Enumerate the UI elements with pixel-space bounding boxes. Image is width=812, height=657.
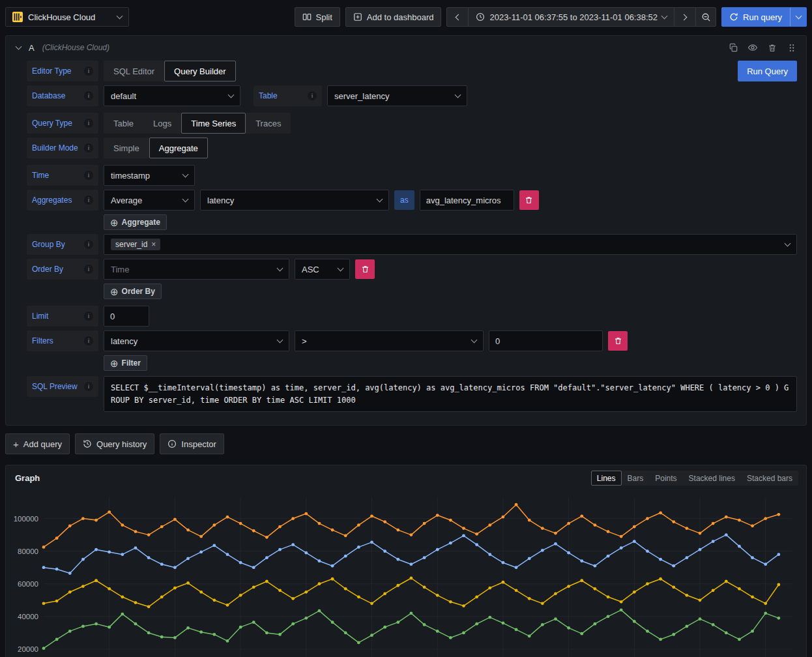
duplicate-query-icon[interactable] (728, 42, 738, 53)
table-select[interactable]: server_latency (327, 85, 467, 106)
aggregate-function-select[interactable]: Average (104, 190, 195, 211)
order-by-direction-select[interactable]: ASC (295, 259, 350, 280)
limit-input[interactable] (104, 306, 149, 327)
info-circle-icon (167, 439, 177, 448)
split-icon (302, 12, 312, 22)
add-order-by-label: Order By (122, 287, 155, 296)
remove-tag-icon[interactable]: × (151, 240, 156, 249)
time-column-select[interactable]: timestamp (104, 165, 195, 186)
query-history-button[interactable]: Query history (75, 433, 154, 454)
remove-query-trash-icon[interactable] (767, 42, 777, 53)
run-query-dropdown-button[interactable] (790, 7, 807, 27)
chevron-left-icon (456, 14, 462, 20)
add-filter-button[interactable]: ⊕ Filter (104, 355, 147, 371)
split-button[interactable]: Split (295, 7, 340, 27)
info-icon[interactable]: i (84, 91, 93, 100)
query-type-option-table[interactable]: Table (104, 113, 143, 134)
aggregates-label: Aggregatesi (27, 190, 98, 211)
info-icon[interactable]: i (84, 382, 93, 391)
add-order-by-button[interactable]: ⊕ Order By (104, 284, 162, 299)
query-header-actions (728, 42, 797, 53)
info-icon[interactable]: i (84, 143, 93, 153)
editor-type-row: Editor Typei SQL Editor Query Builder Ru… (27, 61, 797, 81)
graph-panel-header: Graph Lines Bars Points Stacked lines St… (6, 465, 806, 488)
info-icon[interactable]: i (84, 66, 93, 76)
info-icon[interactable]: i (84, 171, 93, 180)
info-icon[interactable]: i (84, 240, 93, 249)
add-filter-row: ⊕ Filter (27, 355, 797, 371)
query-type-option-traces[interactable]: Traces (246, 113, 291, 134)
chevron-right-icon (681, 14, 688, 20)
time-series-chart[interactable]: 2000040000600008000010000006:38:0006:38:… (11, 489, 801, 657)
graph-style-option-bars[interactable]: Bars (622, 471, 650, 486)
aggregate-alias-input[interactable] (420, 190, 514, 211)
add-query-button[interactable]: + Add query (5, 433, 70, 454)
info-icon[interactable]: i (84, 119, 93, 128)
database-select[interactable]: default (104, 85, 240, 106)
add-aggregate-button[interactable]: ⊕ Aggregate (104, 214, 167, 230)
filter-value-input[interactable] (489, 330, 603, 351)
collapse-chevron-icon[interactable] (16, 43, 22, 50)
query-type-option-time-series[interactable]: Time Series (181, 113, 246, 134)
remove-aggregate-button[interactable] (519, 190, 539, 210)
group-by-multiselect[interactable]: server_id × (104, 234, 797, 255)
add-order-by-row: ⊕ Order By (27, 284, 797, 299)
hide-response-eye-icon[interactable] (747, 42, 758, 53)
plus-icon: ⊕ (110, 358, 119, 368)
run-query-inline-button[interactable]: Run Query (738, 61, 797, 81)
query-ref-id[interactable]: A (29, 43, 35, 53)
info-icon[interactable]: i (84, 312, 93, 321)
graph-style-option-points[interactable]: Points (649, 471, 682, 486)
run-query-button[interactable]: Run query (721, 7, 790, 27)
add-to-dashboard-button[interactable]: Add to dashboard (345, 7, 442, 27)
builder-mode-option-simple[interactable]: Simple (104, 138, 149, 158)
svg-text:40000: 40000 (18, 613, 38, 620)
table-label: Tablei (254, 85, 322, 106)
info-icon[interactable]: i (84, 265, 93, 274)
time-shift-forward-button[interactable] (674, 7, 696, 27)
chevron-down-icon (785, 240, 791, 246)
query-type-radio-group: Table Logs Time Series Traces (104, 113, 291, 134)
add-panel-icon (353, 12, 362, 22)
info-icon[interactable]: i (84, 336, 93, 345)
remove-filter-button[interactable] (608, 331, 628, 351)
query-editor-header: A (ClickHouse Cloud) (6, 36, 806, 59)
trash-icon (614, 336, 622, 345)
filters-label: Filtersi (27, 330, 98, 351)
filter-operator-select[interactable]: > (295, 330, 484, 351)
time-shift-back-button[interactable] (446, 7, 469, 27)
graph-style-option-stacked-bars[interactable]: Stacked bars (741, 471, 798, 486)
drag-handle-icon[interactable] (787, 42, 797, 53)
graph-style-option-stacked-lines[interactable]: Stacked lines (683, 471, 741, 486)
svg-text:20000: 20000 (18, 645, 38, 653)
group-by-tag[interactable]: server_id × (111, 239, 160, 250)
database-label: Databasei (27, 85, 98, 106)
time-range-button[interactable]: 2023-11-01 06:37:55 to 2023-11-01 06:38:… (468, 7, 674, 27)
query-type-option-logs[interactable]: Logs (143, 113, 181, 134)
builder-mode-option-aggregate[interactable]: Aggregate (149, 138, 208, 158)
sql-preview-text: SELECT $__timeInterval(timestamp) as tim… (104, 376, 797, 412)
remove-order-by-button[interactable] (355, 259, 375, 279)
aggregate-column-select[interactable]: latency (200, 190, 389, 211)
group-by-label: Group Byi (27, 234, 98, 255)
inspector-button[interactable]: Inspector (160, 433, 224, 454)
info-icon[interactable]: i (84, 196, 93, 205)
info-icon[interactable]: i (308, 91, 317, 100)
trash-icon (361, 265, 370, 274)
split-label: Split (316, 12, 332, 22)
editor-type-option-sql-editor[interactable]: SQL Editor (104, 61, 164, 81)
filter-field-select[interactable]: latency (104, 330, 289, 351)
time-column-value: timestamp (111, 171, 150, 181)
editor-type-label: Editor Typei (27, 61, 98, 81)
chevron-down-icon (182, 171, 189, 177)
order-by-field-select[interactable]: Time (104, 259, 289, 280)
svg-text:100000: 100000 (14, 515, 38, 523)
order-by-field-value: Time (111, 265, 129, 274)
zoom-out-button[interactable] (695, 7, 716, 27)
editor-type-option-query-builder[interactable]: Query Builder (164, 61, 235, 81)
graph-style-option-lines[interactable]: Lines (591, 471, 622, 486)
chevron-down-icon (182, 196, 189, 202)
datasource-picker[interactable]: ClickHouse Cloud (5, 7, 129, 27)
filters-row: Filtersi latency > (27, 330, 797, 351)
chevron-down-icon (277, 265, 283, 271)
